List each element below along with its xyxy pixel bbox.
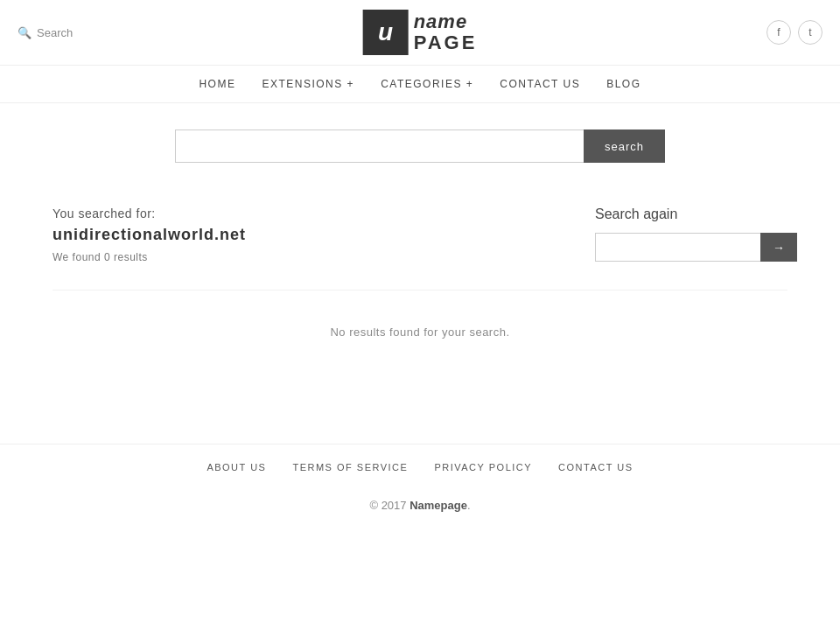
footer-nav: ABOUT US TERMS OF SERVICE PRIVACY POLICY… bbox=[0, 444, 840, 490]
no-results-message: No results found for your search. bbox=[52, 290, 788, 374]
nav-item-contact[interactable]: CONTACT US bbox=[500, 78, 580, 90]
footer-nav-terms[interactable]: TERMS OF SERVICE bbox=[292, 462, 408, 472]
search-icon: 🔍 bbox=[18, 26, 32, 39]
logo-letter: u bbox=[378, 18, 393, 46]
footer-nav-privacy[interactable]: PRIVACY POLICY bbox=[434, 462, 532, 472]
search-again-bar: → bbox=[595, 233, 788, 262]
facebook-icon[interactable]: f bbox=[766, 20, 791, 45]
search-term: unidirectionalworld.net bbox=[52, 226, 595, 244]
search-section: search bbox=[0, 103, 840, 180]
search-label: Search bbox=[37, 26, 73, 39]
footer-brand-link[interactable]: Namepage bbox=[410, 499, 467, 512]
footer-nav-about[interactable]: ABOUT US bbox=[206, 462, 266, 472]
social-icons: f t bbox=[766, 20, 822, 45]
results-section: You searched for: unidirectionalworld.ne… bbox=[0, 180, 840, 290]
search-input[interactable] bbox=[175, 130, 584, 163]
twitter-icon[interactable]: t bbox=[798, 20, 822, 45]
logo-box: u bbox=[363, 10, 409, 55]
footer-nav-contact[interactable]: CONTACT US bbox=[558, 462, 634, 472]
search-again-panel: Search again → bbox=[595, 206, 788, 263]
footer: ABOUT US TERMS OF SERVICE PRIVACY POLICY… bbox=[0, 444, 840, 538]
you-searched-label: You searched for: bbox=[52, 206, 595, 220]
nav-item-extensions[interactable]: EXTENSIONS + bbox=[262, 78, 354, 90]
footer-copyright: © 2017 Namepage. bbox=[0, 490, 840, 538]
search-again-title: Search again bbox=[595, 206, 788, 222]
search-again-button[interactable]: → bbox=[760, 233, 797, 262]
logo-name: name bbox=[414, 11, 478, 32]
search-again-input[interactable] bbox=[595, 233, 760, 262]
results-left: You searched for: unidirectionalworld.ne… bbox=[52, 206, 595, 263]
search-button[interactable]: search bbox=[584, 130, 665, 163]
nav-item-home[interactable]: HOME bbox=[199, 78, 235, 90]
logo[interactable]: u name PAGE bbox=[363, 10, 478, 55]
logo-page: PAGE bbox=[414, 32, 478, 53]
header: 🔍 Search u name PAGE f t bbox=[0, 0, 840, 66]
main-nav: HOME EXTENSIONS + CATEGORIES + CONTACT U… bbox=[0, 66, 840, 103]
nav-item-blog[interactable]: BLOG bbox=[606, 78, 640, 90]
search-bar: search bbox=[175, 130, 665, 163]
header-search[interactable]: 🔍 Search bbox=[18, 26, 73, 39]
nav-item-categories[interactable]: CATEGORIES + bbox=[381, 78, 473, 90]
results-count: We found 0 results bbox=[52, 251, 595, 263]
logo-text: name PAGE bbox=[414, 11, 478, 53]
